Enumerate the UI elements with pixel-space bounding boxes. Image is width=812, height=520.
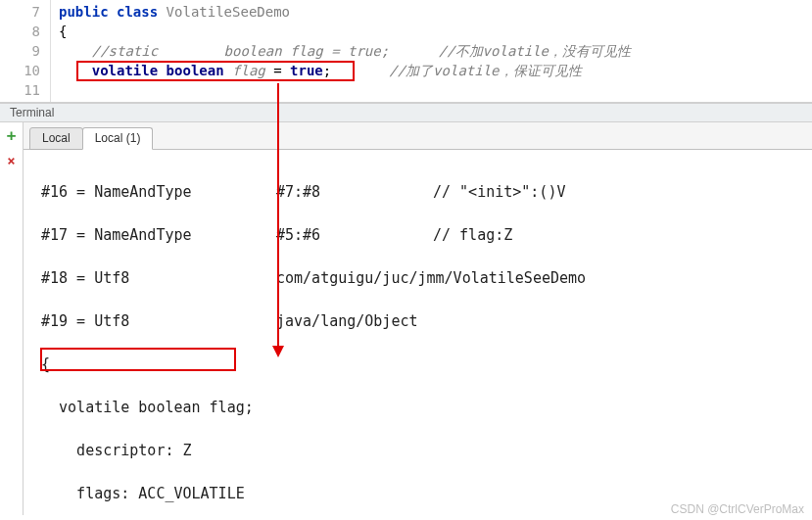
code-line-11 [59,80,812,100]
terminal-output[interactable]: #16 = NameAndType#7:#8// "<init>":()V #1… [24,150,812,520]
watermark: CSDN @CtrlCVerProMax [671,502,804,516]
line-number: 7 [0,2,40,22]
line-number: 9 [0,41,40,61]
close-icon[interactable]: × [7,154,15,167]
table-row: #16 = NameAndType#7:#8// "<init>":()V [41,181,794,203]
terminal-tabs: Local Local (1) [24,122,812,150]
terminal-panel-title: Terminal [0,103,812,122]
plus-icon[interactable]: + [7,128,17,144]
line-number: 10 [0,61,40,80]
terminal-sidebar: + × [0,122,24,515]
code-line-10: volatile boolean flag = true; //加了volati… [59,61,812,80]
output-line: volatile boolean flag; [41,397,794,418]
code-line-8: { [59,22,812,41]
output-line: descriptor: Z [41,440,794,461]
table-row: #17 = NameAndType#5:#6// flag:Z [41,224,794,246]
output-line: flags: ACC_VOLATILE [41,483,794,504]
tab-local[interactable]: Local [29,127,83,150]
table-row: #19 = Utf8java/lang/Object [41,310,794,332]
code-area[interactable]: public class VolatileSeeDemo { //static … [51,0,812,102]
line-gutter: 7 8 9 10 11 [0,0,51,102]
terminal-body: Local Local (1) #16 = NameAndType#7:#8//… [24,122,812,515]
tab-local-1[interactable]: Local (1) [82,127,154,150]
table-row: #18 = Utf8com/atguigu/juc/jmm/VolatileSe… [41,267,794,289]
output-line: { [41,354,794,375]
code-line-7: public class VolatileSeeDemo [59,2,812,22]
code-editor: 7 8 9 10 11 public class VolatileSeeDemo… [0,0,812,103]
line-number: 8 [0,22,40,41]
terminal-panel: + × Local Local (1) #16 = NameAndType#7:… [0,122,812,515]
code-line-9: //static boolean flag = true; //不加volati… [59,41,812,61]
line-number: 11 [0,80,40,100]
